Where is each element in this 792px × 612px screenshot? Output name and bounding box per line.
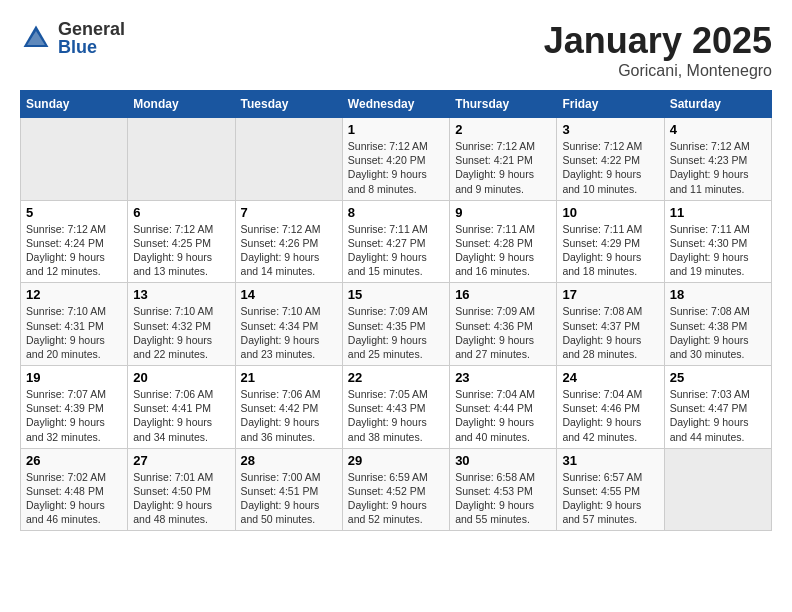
- calendar-cell: 15Sunrise: 7:09 AM Sunset: 4:35 PM Dayli…: [342, 283, 449, 366]
- day-content: Sunrise: 7:12 AM Sunset: 4:22 PM Dayligh…: [562, 139, 658, 196]
- day-number: 10: [562, 205, 658, 220]
- day-content: Sunrise: 7:07 AM Sunset: 4:39 PM Dayligh…: [26, 387, 122, 444]
- calendar-cell: 22Sunrise: 7:05 AM Sunset: 4:43 PM Dayli…: [342, 366, 449, 449]
- calendar-cell: 27Sunrise: 7:01 AM Sunset: 4:50 PM Dayli…: [128, 448, 235, 531]
- calendar-cell: [21, 118, 128, 201]
- day-content: Sunrise: 7:12 AM Sunset: 4:23 PM Dayligh…: [670, 139, 766, 196]
- day-content: Sunrise: 7:11 AM Sunset: 4:30 PM Dayligh…: [670, 222, 766, 279]
- day-number: 18: [670, 287, 766, 302]
- day-number: 17: [562, 287, 658, 302]
- day-number: 14: [241, 287, 337, 302]
- day-number: 27: [133, 453, 229, 468]
- day-number: 15: [348, 287, 444, 302]
- day-number: 11: [670, 205, 766, 220]
- day-content: Sunrise: 7:12 AM Sunset: 4:26 PM Dayligh…: [241, 222, 337, 279]
- day-content: Sunrise: 7:06 AM Sunset: 4:42 PM Dayligh…: [241, 387, 337, 444]
- day-number: 29: [348, 453, 444, 468]
- day-number: 19: [26, 370, 122, 385]
- day-content: Sunrise: 7:04 AM Sunset: 4:44 PM Dayligh…: [455, 387, 551, 444]
- calendar-week-row: 26Sunrise: 7:02 AM Sunset: 4:48 PM Dayli…: [21, 448, 772, 531]
- day-content: Sunrise: 7:04 AM Sunset: 4:46 PM Dayligh…: [562, 387, 658, 444]
- calendar-header-day: Saturday: [664, 91, 771, 118]
- calendar-cell: [235, 118, 342, 201]
- calendar-cell: 26Sunrise: 7:02 AM Sunset: 4:48 PM Dayli…: [21, 448, 128, 531]
- day-number: 3: [562, 122, 658, 137]
- day-number: 26: [26, 453, 122, 468]
- calendar-cell: 3Sunrise: 7:12 AM Sunset: 4:22 PM Daylig…: [557, 118, 664, 201]
- calendar-cell: 21Sunrise: 7:06 AM Sunset: 4:42 PM Dayli…: [235, 366, 342, 449]
- day-content: Sunrise: 7:08 AM Sunset: 4:38 PM Dayligh…: [670, 304, 766, 361]
- day-number: 31: [562, 453, 658, 468]
- day-content: Sunrise: 7:12 AM Sunset: 4:24 PM Dayligh…: [26, 222, 122, 279]
- day-content: Sunrise: 7:09 AM Sunset: 4:36 PM Dayligh…: [455, 304, 551, 361]
- calendar-cell: 16Sunrise: 7:09 AM Sunset: 4:36 PM Dayli…: [450, 283, 557, 366]
- calendar-cell: 30Sunrise: 6:58 AM Sunset: 4:53 PM Dayli…: [450, 448, 557, 531]
- day-number: 28: [241, 453, 337, 468]
- day-number: 21: [241, 370, 337, 385]
- calendar-cell: 28Sunrise: 7:00 AM Sunset: 4:51 PM Dayli…: [235, 448, 342, 531]
- location-subtitle: Goricani, Montenegro: [544, 62, 772, 80]
- logo-blue: Blue: [58, 38, 125, 56]
- day-content: Sunrise: 6:57 AM Sunset: 4:55 PM Dayligh…: [562, 470, 658, 527]
- calendar-header-day: Thursday: [450, 91, 557, 118]
- calendar-cell: [128, 118, 235, 201]
- calendar-cell: 23Sunrise: 7:04 AM Sunset: 4:44 PM Dayli…: [450, 366, 557, 449]
- day-content: Sunrise: 7:08 AM Sunset: 4:37 PM Dayligh…: [562, 304, 658, 361]
- calendar-cell: 10Sunrise: 7:11 AM Sunset: 4:29 PM Dayli…: [557, 200, 664, 283]
- title-block: January 2025 Goricani, Montenegro: [544, 20, 772, 80]
- page-header: General Blue January 2025 Goricani, Mont…: [20, 20, 772, 80]
- calendar-cell: 9Sunrise: 7:11 AM Sunset: 4:28 PM Daylig…: [450, 200, 557, 283]
- day-content: Sunrise: 7:09 AM Sunset: 4:35 PM Dayligh…: [348, 304, 444, 361]
- day-content: Sunrise: 7:00 AM Sunset: 4:51 PM Dayligh…: [241, 470, 337, 527]
- calendar-table: SundayMondayTuesdayWednesdayThursdayFrid…: [20, 90, 772, 531]
- day-content: Sunrise: 7:12 AM Sunset: 4:21 PM Dayligh…: [455, 139, 551, 196]
- calendar-header-day: Wednesday: [342, 91, 449, 118]
- calendar-week-row: 19Sunrise: 7:07 AM Sunset: 4:39 PM Dayli…: [21, 366, 772, 449]
- day-number: 5: [26, 205, 122, 220]
- day-content: Sunrise: 7:12 AM Sunset: 4:20 PM Dayligh…: [348, 139, 444, 196]
- calendar-week-row: 1Sunrise: 7:12 AM Sunset: 4:20 PM Daylig…: [21, 118, 772, 201]
- calendar-cell: 12Sunrise: 7:10 AM Sunset: 4:31 PM Dayli…: [21, 283, 128, 366]
- day-number: 8: [348, 205, 444, 220]
- calendar-cell: 8Sunrise: 7:11 AM Sunset: 4:27 PM Daylig…: [342, 200, 449, 283]
- logo-icon: [20, 22, 52, 54]
- day-number: 9: [455, 205, 551, 220]
- day-content: Sunrise: 7:10 AM Sunset: 4:31 PM Dayligh…: [26, 304, 122, 361]
- calendar-cell: 5Sunrise: 7:12 AM Sunset: 4:24 PM Daylig…: [21, 200, 128, 283]
- day-content: Sunrise: 7:10 AM Sunset: 4:32 PM Dayligh…: [133, 304, 229, 361]
- calendar-cell: 6Sunrise: 7:12 AM Sunset: 4:25 PM Daylig…: [128, 200, 235, 283]
- day-content: Sunrise: 6:59 AM Sunset: 4:52 PM Dayligh…: [348, 470, 444, 527]
- day-number: 6: [133, 205, 229, 220]
- calendar-week-row: 12Sunrise: 7:10 AM Sunset: 4:31 PM Dayli…: [21, 283, 772, 366]
- day-content: Sunrise: 7:12 AM Sunset: 4:25 PM Dayligh…: [133, 222, 229, 279]
- calendar-week-row: 5Sunrise: 7:12 AM Sunset: 4:24 PM Daylig…: [21, 200, 772, 283]
- day-number: 16: [455, 287, 551, 302]
- logo: General Blue: [20, 20, 125, 56]
- day-content: Sunrise: 6:58 AM Sunset: 4:53 PM Dayligh…: [455, 470, 551, 527]
- day-number: 2: [455, 122, 551, 137]
- day-number: 30: [455, 453, 551, 468]
- calendar-cell: 20Sunrise: 7:06 AM Sunset: 4:41 PM Dayli…: [128, 366, 235, 449]
- day-content: Sunrise: 7:02 AM Sunset: 4:48 PM Dayligh…: [26, 470, 122, 527]
- calendar-cell: 7Sunrise: 7:12 AM Sunset: 4:26 PM Daylig…: [235, 200, 342, 283]
- calendar-cell: 4Sunrise: 7:12 AM Sunset: 4:23 PM Daylig…: [664, 118, 771, 201]
- calendar-body: 1Sunrise: 7:12 AM Sunset: 4:20 PM Daylig…: [21, 118, 772, 531]
- day-content: Sunrise: 7:10 AM Sunset: 4:34 PM Dayligh…: [241, 304, 337, 361]
- calendar-cell: [664, 448, 771, 531]
- calendar-cell: 24Sunrise: 7:04 AM Sunset: 4:46 PM Dayli…: [557, 366, 664, 449]
- day-content: Sunrise: 7:11 AM Sunset: 4:29 PM Dayligh…: [562, 222, 658, 279]
- calendar-cell: 19Sunrise: 7:07 AM Sunset: 4:39 PM Dayli…: [21, 366, 128, 449]
- calendar-cell: 29Sunrise: 6:59 AM Sunset: 4:52 PM Dayli…: [342, 448, 449, 531]
- calendar-header-day: Monday: [128, 91, 235, 118]
- day-number: 22: [348, 370, 444, 385]
- calendar-cell: 31Sunrise: 6:57 AM Sunset: 4:55 PM Dayli…: [557, 448, 664, 531]
- day-content: Sunrise: 7:11 AM Sunset: 4:27 PM Dayligh…: [348, 222, 444, 279]
- calendar-header-day: Friday: [557, 91, 664, 118]
- calendar-cell: 18Sunrise: 7:08 AM Sunset: 4:38 PM Dayli…: [664, 283, 771, 366]
- day-content: Sunrise: 7:01 AM Sunset: 4:50 PM Dayligh…: [133, 470, 229, 527]
- calendar-header-row: SundayMondayTuesdayWednesdayThursdayFrid…: [21, 91, 772, 118]
- calendar-cell: 14Sunrise: 7:10 AM Sunset: 4:34 PM Dayli…: [235, 283, 342, 366]
- day-number: 7: [241, 205, 337, 220]
- calendar-header-day: Tuesday: [235, 91, 342, 118]
- month-title: January 2025: [544, 20, 772, 62]
